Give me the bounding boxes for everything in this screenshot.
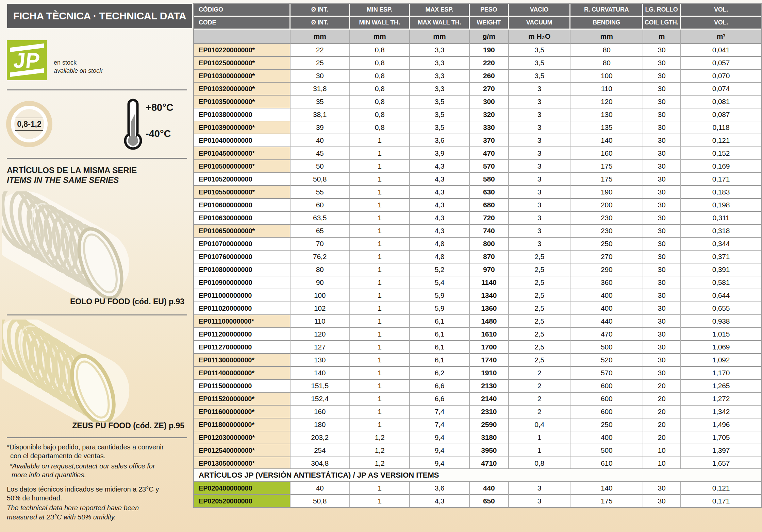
value-cell: 3 [509, 147, 571, 160]
table-row: EP011500000000151,516,621302600201,265 [194, 380, 761, 393]
value-cell: 1,342 [681, 406, 761, 418]
value-cell: 30 [643, 482, 681, 495]
value-cell: 600 [570, 406, 643, 418]
value-cell: 1 [350, 263, 410, 276]
value-cell: 0,8 [350, 83, 410, 96]
value-cell: 270 [470, 83, 509, 96]
value-cell: 102 [291, 302, 350, 315]
temperature-max: +80°C [146, 102, 173, 113]
value-cell: 0,318 [681, 225, 761, 238]
value-cell: 6,1 [410, 315, 469, 328]
unit-cell: g/m [470, 30, 509, 44]
value-cell: 1 [350, 341, 410, 354]
footnote-es: Los datos técnicos indicados se midieron… [7, 485, 164, 503]
value-cell: 4,3 [410, 212, 469, 225]
value-cell: 370 [470, 134, 509, 147]
value-cell: 0,8 [350, 57, 410, 70]
value-cell: 25 [291, 57, 350, 70]
value-cell: 203,2 [291, 431, 350, 444]
value-cell: 130 [291, 354, 350, 367]
hose-cross-section-core: 0,8-1,2 [14, 109, 44, 139]
value-cell: 50,8 [291, 173, 350, 186]
value-cell: 3,3 [410, 44, 469, 57]
value-cell: 3 [509, 134, 571, 147]
value-cell: 600 [570, 393, 643, 406]
code-cell: EP010350000000* [194, 96, 291, 108]
value-cell: 22 [291, 44, 350, 57]
value-cell: 1 [350, 147, 410, 160]
value-cell: 3 [509, 482, 571, 495]
table-row: EP010250000000*250,83,32203,580300,057 [194, 57, 761, 70]
value-cell: 0,074 [681, 83, 761, 96]
value-cell: 1480 [470, 315, 509, 328]
value-cell: 230 [570, 212, 643, 225]
value-cell: 1 [350, 495, 410, 507]
code-cell: EP011270000000 [194, 341, 291, 354]
value-cell: 7,4 [410, 418, 469, 431]
column-header: VACIO [509, 4, 571, 17]
value-cell: 500 [570, 444, 643, 457]
column-header: Ø INT. [291, 4, 350, 17]
code-cell: EP011600000000* [194, 406, 291, 418]
value-cell: 30 [643, 70, 681, 83]
value-cell: 100 [291, 289, 350, 302]
value-cell: 3 [509, 238, 571, 251]
value-cell: 20 [643, 406, 681, 418]
value-cell: 4,8 [410, 238, 469, 251]
code-cell: EP011800000000* [194, 418, 291, 431]
footnote-es: *Disponible bajo pedido, para cantidades… [7, 443, 164, 461]
value-cell: 5,2 [410, 263, 469, 276]
value-cell: 250 [570, 238, 643, 251]
code-cell: EP011520000000* [194, 393, 291, 406]
table-row: EP01052000000050,814,35803175300,171 [194, 173, 761, 186]
value-cell: 1 [350, 302, 410, 315]
as-table-body: ARTÍCULOS JP (VERSIÓN ANTIESTÁTICA) / JP… [194, 469, 761, 507]
value-cell: 3 [509, 212, 571, 225]
value-cell: 1 [350, 482, 410, 495]
value-cell: 2,5 [509, 328, 571, 341]
related-item-caption: ZEUS PU FOOD (cód. ZE) p.95 [7, 421, 184, 430]
value-cell: 30 [643, 354, 681, 367]
value-cell: 0,121 [681, 134, 761, 147]
value-cell: 2,5 [509, 315, 571, 328]
code-cell: EP010650000000* [194, 225, 291, 238]
code-cell: EP010800000000 [194, 263, 291, 276]
value-cell: 3 [509, 160, 571, 173]
value-cell: 3 [509, 225, 571, 238]
value-cell: 30 [643, 121, 681, 134]
value-cell: 220 [470, 57, 509, 70]
value-cell: 3 [509, 173, 571, 186]
value-cell: 30 [643, 225, 681, 238]
value-cell: 1 [350, 276, 410, 289]
value-cell: 3 [509, 186, 571, 199]
value-cell: 45 [291, 147, 350, 160]
value-cell: 30 [643, 238, 681, 251]
unit-cell: mm [570, 30, 643, 44]
value-cell: 1 [350, 199, 410, 212]
code-cell: EP010900000000 [194, 276, 291, 289]
value-cell: 0,121 [681, 482, 761, 495]
value-cell: 2590 [470, 418, 509, 431]
value-cell: 76,2 [291, 251, 350, 263]
value-cell: 1 [350, 186, 410, 199]
table-row: EP01120000000012016,116102,5470301,015 [194, 328, 761, 341]
value-cell: 3 [509, 108, 571, 121]
column-header: VOL. [681, 4, 761, 17]
column-header: CÓDIGO [194, 4, 291, 17]
value-cell: 1,657 [681, 457, 761, 469]
code-cell: EP010600000000 [194, 199, 291, 212]
value-cell: 650 [470, 495, 509, 507]
unit-cell: m [643, 30, 681, 44]
value-cell: 140 [570, 134, 643, 147]
value-cell: 40 [291, 482, 350, 495]
table-row: EP0204000000004013,64403140300,121 [194, 482, 761, 495]
series-heading: ARTÍCULOS DE LA MISMA SERIE ITEMS IN THE… [7, 166, 137, 185]
table-row: EP010550000000*5514,36303190300,183 [194, 186, 761, 199]
value-cell: 3 [509, 199, 571, 212]
value-cell: 2310 [470, 406, 509, 418]
code-cell: EP011300000000* [194, 354, 291, 367]
value-cell: 175 [570, 495, 643, 507]
series-heading-es: ARTÍCULOS DE LA MISMA SERIE [7, 166, 137, 175]
value-cell: 800 [470, 238, 509, 251]
value-cell: 2,5 [509, 341, 571, 354]
